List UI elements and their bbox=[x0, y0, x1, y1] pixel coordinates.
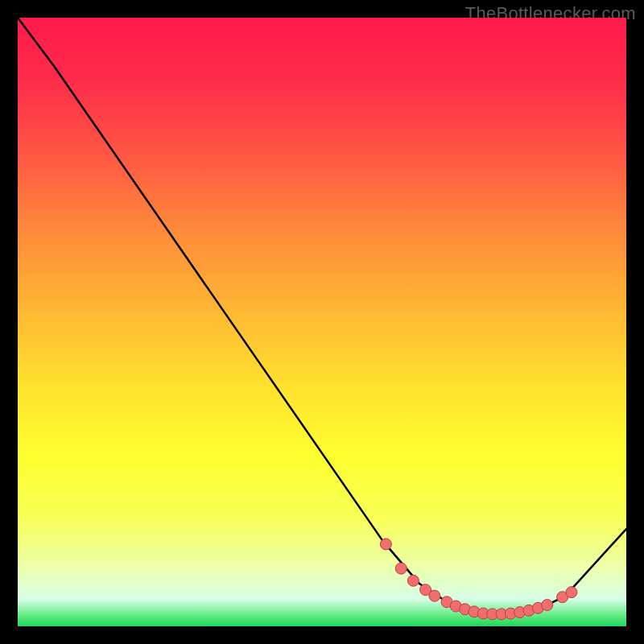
plot-area bbox=[18, 18, 626, 626]
data-marker bbox=[380, 539, 391, 550]
data-marker bbox=[542, 600, 553, 611]
data-marker bbox=[407, 575, 419, 586]
data-marker bbox=[566, 587, 577, 598]
data-marker bbox=[395, 563, 407, 574]
gradient-background bbox=[18, 18, 626, 626]
chart-stage: TheBottlenecker.com bbox=[0, 0, 644, 644]
chart-svg bbox=[18, 18, 626, 626]
data-marker bbox=[429, 590, 440, 601]
